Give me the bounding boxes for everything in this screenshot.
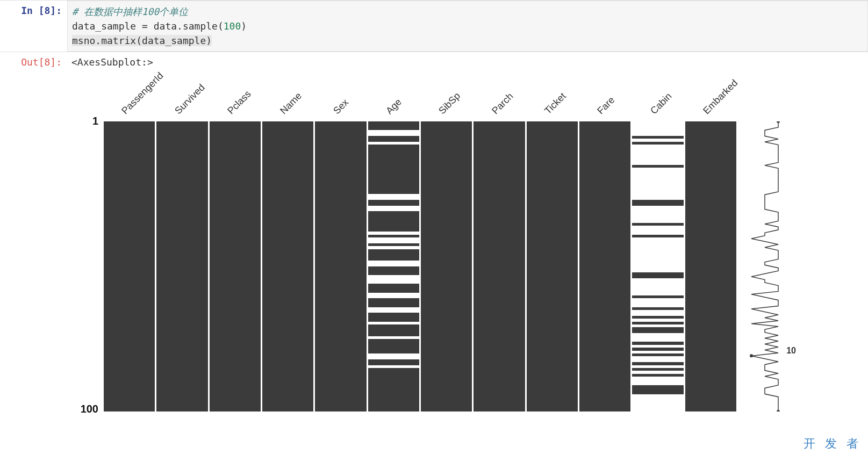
column-label-parch: Parch: [490, 91, 515, 117]
matrix-column-name: [262, 121, 313, 412]
column-label-passengerid: PassengerId: [119, 70, 166, 117]
column-label-sex: Sex: [331, 97, 351, 117]
matrix-column-survived: [156, 121, 207, 412]
y-tick-top: 1: [71, 115, 98, 127]
column-label-name: Name: [278, 90, 304, 117]
watermark: 开 发 者 DevZe.CoM: [804, 437, 862, 449]
matrix-column-ticket: [527, 121, 578, 412]
matrix-column-age: [368, 121, 419, 412]
input-cell: In [8]: # 在数据中抽样100个单位 data_sample = dat…: [0, 0, 868, 52]
matrix-column-parch: [474, 121, 525, 412]
column-label-fare: Fare: [595, 95, 617, 117]
output-content: <AxesSubplot:> 1 100 PassengerIdSurvived…: [67, 52, 868, 449]
msno-matrix-chart: 1 100 PassengerIdSurvivedPclassNameSexAg…: [71, 73, 819, 449]
watermark-cn: 开 发 者: [804, 437, 862, 449]
output-cell: Out[8]: <AxesSubplot:> 1 100 PassengerId…: [0, 52, 868, 449]
code-line-2b: ): [241, 20, 247, 32]
svg-point-2: [750, 354, 753, 357]
code-comment: # 在数据中抽样100个单位: [72, 6, 188, 17]
matrix-column-cabin: [632, 121, 683, 412]
column-label-survived: Survived: [173, 82, 207, 117]
sparkline-label-min: 10: [786, 346, 796, 356]
out-prompt: Out[8]:: [0, 52, 67, 449]
column-label-pclass: Pclass: [225, 89, 253, 117]
column-label-ticket: Ticket: [542, 91, 568, 117]
code-number: 100: [224, 20, 241, 32]
code-input[interactable]: # 在数据中抽样100个单位 data_sample = data.sample…: [67, 1, 868, 52]
matrix-column-pclass: [210, 121, 261, 412]
column-labels: PassengerIdSurvivedPclassNameSexAgeSibSp…: [104, 73, 738, 119]
matrix-column-sibsp: [421, 121, 472, 412]
matrix-columns: [104, 121, 738, 412]
code-line-3: msno.matrix(data_sample): [72, 35, 212, 46]
matrix-column-fare: [579, 121, 630, 412]
sparkline-svg: [749, 121, 781, 412]
matrix-column-sex: [315, 121, 366, 412]
code-line-2a: data_sample = data.sample(: [72, 20, 224, 32]
svg-point-1: [777, 410, 780, 412]
out-text: <AxesSubplot:>: [71, 56, 868, 68]
in-prompt: In [8]:: [0, 1, 67, 52]
column-label-sibsp: SibSp: [436, 90, 463, 117]
matrix-plot-area: [104, 121, 738, 412]
column-label-embarked: Embarked: [701, 77, 740, 117]
svg-point-0: [777, 121, 780, 123]
matrix-column-embarked: [685, 121, 736, 412]
sparkline: 10: [749, 121, 781, 412]
column-label-age: Age: [384, 97, 404, 117]
matrix-column-passengerid: [104, 121, 155, 412]
y-tick-bottom: 100: [71, 403, 98, 415]
column-label-cabin: Cabin: [648, 91, 674, 117]
